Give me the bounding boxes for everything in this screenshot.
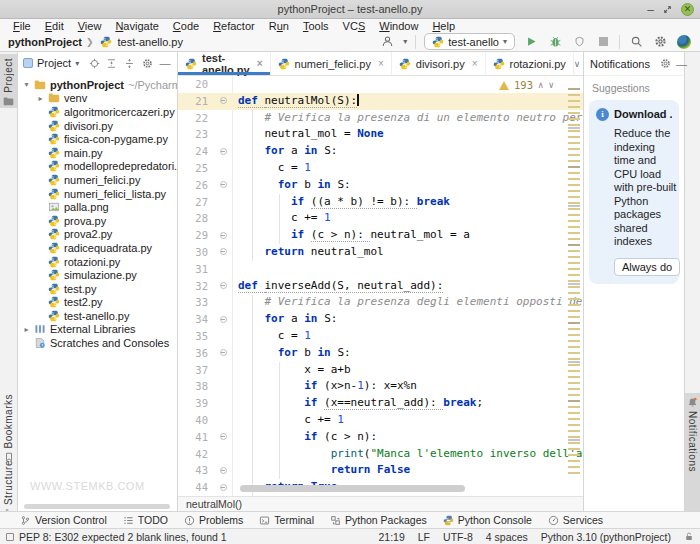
toolwindow-todo[interactable]: TODO bbox=[123, 514, 168, 526]
notifications-gear-icon[interactable] bbox=[660, 58, 671, 69]
toolwindow-python-console[interactable]: Python Console bbox=[443, 514, 532, 526]
code-line[interactable]: 23 neutral_mol = None bbox=[178, 126, 583, 143]
locate-file-icon[interactable] bbox=[87, 58, 101, 69]
menu-view[interactable]: View bbox=[71, 20, 109, 32]
menu-vcs[interactable]: VCS bbox=[336, 20, 373, 32]
project-tree-item[interactable]: numeri_felici_lista.py bbox=[18, 187, 177, 201]
toolwindow-python-packages[interactable]: Python Packages bbox=[330, 514, 427, 526]
run-button[interactable] bbox=[523, 34, 539, 50]
code-line[interactable]: 27 if ((a * b) != b): break bbox=[178, 194, 583, 211]
close-tab-icon[interactable]: × bbox=[378, 58, 384, 69]
fold-marker-icon[interactable] bbox=[216, 311, 230, 328]
project-tree-item[interactable]: ▸venv bbox=[18, 92, 177, 106]
project-tree-item[interactable]: prova.py bbox=[18, 214, 177, 228]
project-tree-item[interactable]: test.py bbox=[18, 282, 177, 296]
code-line[interactable]: 22 # Verifica la presenza di un elemento… bbox=[178, 110, 583, 127]
code-line[interactable]: 36 for b in S: bbox=[178, 345, 583, 362]
code-line[interactable]: 37 x = a+b bbox=[178, 362, 583, 379]
error-stripe[interactable] bbox=[568, 88, 580, 478]
code-line[interactable]: 40 c += 1 bbox=[178, 412, 583, 429]
toolwindow-version-control[interactable]: Version Control bbox=[20, 514, 107, 526]
breadcrumb-file[interactable]: test-anello.py bbox=[118, 36, 183, 48]
coverage-button[interactable] bbox=[571, 34, 587, 50]
fold-marker-icon[interactable] bbox=[216, 93, 230, 110]
settings-gear-icon[interactable] bbox=[652, 34, 668, 50]
editor-tab[interactable]: rotazioni.py bbox=[486, 52, 574, 75]
stripe-structure-tab[interactable]: Structure bbox=[0, 456, 17, 512]
fold-marker-icon[interactable] bbox=[216, 429, 230, 446]
code-line[interactable]: 42 print("Manca l'elemento inverso dell'… bbox=[178, 446, 583, 463]
project-panel-title[interactable]: Project bbox=[37, 57, 71, 69]
debug-button[interactable] bbox=[547, 34, 563, 50]
code-editor[interactable]: 2021def neutralMol(S):22 # Verifica la p… bbox=[178, 76, 583, 496]
project-tree-item[interactable]: ▾pythonProject~/PycharmProje bbox=[18, 78, 177, 92]
ide-promo-icon[interactable] bbox=[676, 34, 692, 50]
user-icon[interactable] bbox=[379, 34, 395, 50]
project-tree-item[interactable]: ▸External Libraries bbox=[18, 323, 177, 337]
stripe-notifications-tab[interactable]: Notifications bbox=[685, 393, 700, 511]
hidden-tabs-chevron-icon[interactable]: ∨ bbox=[574, 59, 581, 69]
editor-tab[interactable]: numeri_felici.py× bbox=[271, 52, 392, 75]
toolwindow-problems[interactable]: Problems bbox=[184, 514, 243, 526]
code-line[interactable]: 26 for b in S: bbox=[178, 177, 583, 194]
fold-marker-icon[interactable] bbox=[216, 177, 230, 194]
project-tree-item[interactable]: test2.py bbox=[18, 296, 177, 310]
status-line-ending[interactable]: LF bbox=[418, 531, 430, 543]
code-line[interactable]: 39 if (x==neutral_add): break; bbox=[178, 395, 583, 412]
panel-settings-gear-icon[interactable] bbox=[140, 58, 154, 69]
status-message[interactable]: PEP 8: E302 expected 2 blank lines, foun… bbox=[19, 531, 227, 543]
fold-marker-icon[interactable] bbox=[216, 462, 230, 479]
maximize-button[interactable] bbox=[663, 5, 672, 14]
fold-marker-icon[interactable] bbox=[216, 278, 230, 295]
hide-notifications-icon[interactable]: — bbox=[676, 58, 687, 70]
fold-marker-icon[interactable] bbox=[216, 479, 230, 496]
next-warning-icon[interactable]: ∨ bbox=[548, 80, 553, 90]
close-button[interactable]: ✕ bbox=[681, 3, 694, 16]
toolwindow-services[interactable]: Services bbox=[548, 514, 603, 526]
code-line[interactable]: 28 c += 1 bbox=[178, 210, 583, 227]
fold-marker-icon[interactable] bbox=[216, 143, 230, 160]
code-line[interactable]: 38 if (x>n-1): x=x%n bbox=[178, 378, 583, 395]
project-tree-item[interactable]: prova2.py bbox=[18, 228, 177, 242]
status-indent[interactable]: 4 spaces bbox=[486, 531, 528, 543]
minimize-button[interactable]: – bbox=[647, 5, 654, 15]
code-line[interactable]: 43 return False bbox=[178, 462, 583, 479]
title-bar[interactable]: pythonProject – test-anello.py – ✕ bbox=[0, 0, 700, 19]
project-tree-item[interactable]: fisica-con-pygame.py bbox=[18, 132, 177, 146]
project-tree-item[interactable]: numeri_felici.py bbox=[18, 173, 177, 187]
project-tree-item[interactable]: palla.png bbox=[18, 200, 177, 214]
menu-help[interactable]: Help bbox=[425, 20, 462, 32]
prev-warning-icon[interactable]: ∧ bbox=[538, 80, 543, 90]
fold-marker-icon[interactable] bbox=[216, 227, 230, 244]
status-encoding[interactable]: UTF-8 bbox=[443, 531, 473, 543]
menu-edit[interactable]: Edit bbox=[38, 20, 71, 32]
project-tree-item[interactable]: algoritmoricercazeri.py bbox=[18, 105, 177, 119]
fold-marker-icon[interactable] bbox=[216, 345, 230, 362]
menu-code[interactable]: Code bbox=[166, 20, 206, 32]
menu-run[interactable]: Run bbox=[262, 20, 296, 32]
code-line[interactable]: 29 if (c > n): neutral_mol = a bbox=[178, 227, 583, 244]
close-tab-icon[interactable]: × bbox=[257, 58, 263, 69]
code-line[interactable]: 41 if (c > n): bbox=[178, 429, 583, 446]
status-interpreter[interactable]: Python 3.10 (pythonProject) bbox=[541, 531, 671, 543]
stripe-bookmarks-tab[interactable]: Bookmarks bbox=[0, 390, 17, 456]
stop-button[interactable] bbox=[595, 34, 611, 50]
menu-refactor[interactable]: Refactor bbox=[206, 20, 262, 32]
lock-icon[interactable] bbox=[684, 531, 694, 542]
project-tree-item[interactable]: simulazione.py bbox=[18, 268, 177, 282]
code-line[interactable]: 25 c = 1 bbox=[178, 160, 583, 177]
editor-tab[interactable]: divisori.py× bbox=[392, 52, 486, 75]
close-tab-icon[interactable]: × bbox=[472, 58, 478, 69]
code-line[interactable]: 32def inverseAdd(S, neutral_add): bbox=[178, 278, 583, 295]
collapse-all-icon[interactable] bbox=[123, 58, 137, 69]
project-tree-item[interactable]: main.py bbox=[18, 146, 177, 160]
search-icon[interactable] bbox=[628, 34, 644, 50]
tree-chevron-icon[interactable]: ▾ bbox=[20, 80, 33, 89]
project-hscrollbar[interactable] bbox=[24, 504, 170, 509]
code-line[interactable]: 31 bbox=[178, 261, 583, 278]
menu-tools[interactable]: Tools bbox=[296, 20, 336, 32]
project-tree-item[interactable]: divisori.py bbox=[18, 119, 177, 133]
code-line[interactable]: 35 c = 1 bbox=[178, 328, 583, 345]
code-line[interactable]: 21def neutralMol(S): bbox=[178, 93, 583, 110]
code-line[interactable]: 34 for a in S: bbox=[178, 311, 583, 328]
